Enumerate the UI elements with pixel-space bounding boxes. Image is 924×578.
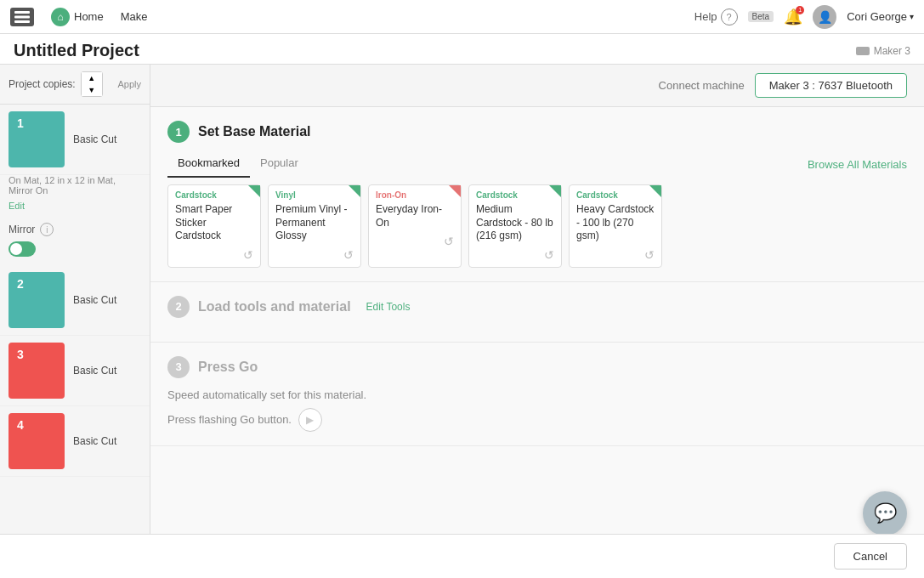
list-item[interactable]: 1 Basic Cut (0, 105, 150, 175)
cancel-button[interactable]: Cancel (834, 543, 907, 570)
edit-tools-link[interactable]: Edit Tools (366, 301, 411, 313)
help-icon: ? (721, 8, 738, 26)
chat-fab-button[interactable]: 💬 (863, 491, 907, 536)
left-panel: Project copies: ▲ ▼ Apply 1 Basic Cut On… (0, 65, 150, 571)
step-2-header: 2 Load tools and material Edit Tools (167, 296, 907, 318)
mirror-label: Mirror (9, 224, 35, 235)
material-tabs: Bookmarked Popular (167, 153, 808, 176)
info-icon[interactable]: i (40, 223, 54, 236)
edit-link-1[interactable]: Edit (0, 201, 150, 218)
chat-icon: 💬 (874, 502, 897, 524)
machine-label: Maker 3 (856, 45, 910, 57)
card-type-4: Cardstock (476, 190, 554, 200)
svg-rect-1 (14, 15, 30, 18)
card-type-2: Vinyl (275, 190, 354, 200)
material-cards: Cardstock Smart Paper Sticker Cardstock … (167, 184, 907, 268)
list-item[interactable]: 3 Basic Cut (0, 336, 150, 406)
step-2-title: Load tools and material (198, 299, 351, 314)
browse-all-materials-link[interactable]: Browse All Materials (808, 158, 907, 171)
step-1-number: 1 (167, 121, 190, 143)
step-1-section: 1 Set Base Material Bookmarked Popular B… (150, 107, 924, 282)
nav-home-button[interactable]: ⌂ Home (43, 4, 112, 30)
page-title: Untitled Project (14, 41, 139, 60)
step-1-title: Set Base Material (198, 124, 311, 139)
svg-rect-0 (14, 11, 30, 14)
user-name[interactable]: Cori George ▾ (847, 10, 914, 23)
step-3-header: 3 Press Go (167, 356, 907, 378)
chevron-down-icon: ▾ (910, 12, 914, 21)
mat-desc-1: On Mat, 12 in x 12 in Mat, Mirror On (0, 175, 150, 201)
list-item[interactable]: 2 Basic Cut (0, 265, 150, 336)
card-action-icon-2[interactable]: ↺ (343, 248, 354, 262)
nav-make-button[interactable]: Make (112, 7, 156, 26)
play-button[interactable]: ▶ (298, 408, 322, 432)
mat-info-1: Basic Cut (73, 133, 116, 145)
step-2-number: 2 (167, 296, 190, 318)
card-name-3: Everyday Iron-On (376, 203, 454, 230)
copies-row: Project copies: ▲ ▼ Apply (0, 65, 150, 105)
step-2-section: 2 Load tools and material Edit Tools (150, 282, 924, 343)
card-action-icon-5[interactable]: ↺ (644, 248, 655, 262)
press-go-row: Press flashing Go button. ▶ (167, 408, 907, 432)
page-header: Untitled Project Maker 3 (0, 34, 924, 65)
mat-thumbnail-3: 3 (9, 343, 65, 399)
mat-thumbnail-4: 4 (9, 413, 65, 469)
notifications-button[interactable]: 🔔 1 (784, 8, 802, 26)
card-type-3: Iron-On (376, 190, 454, 200)
card-name-2: Premium Vinyl - Permanent Glossy (275, 203, 354, 243)
nav-help-button[interactable]: Help ? (694, 8, 738, 26)
card-name-4: Medium Cardstock - 80 lb (216 gsm) (476, 203, 554, 243)
nav-right: Help ? Beta 🔔 1 👤 Cori George ▾ (694, 5, 914, 29)
copies-up-button[interactable]: ▲ (82, 72, 102, 84)
main-layout: Project copies: ▲ ▼ Apply 1 Basic Cut On… (0, 65, 924, 571)
card-name-5: Heavy Cardstock - 100 lb (270 gsm) (576, 203, 655, 243)
card-action-icon-3[interactable]: ↺ (444, 235, 454, 248)
mirror-toggle[interactable] (9, 241, 36, 257)
material-card-5[interactable]: Cardstock Heavy Cardstock - 100 lb (270 … (569, 184, 662, 268)
press-go-desc: Speed automatically set for this materia… (167, 388, 907, 401)
mat-name-2: Basic Cut (73, 294, 116, 306)
mat-name-4: Basic Cut (73, 435, 116, 447)
press-go-label: Press flashing Go button. (167, 413, 292, 426)
app-logo[interactable] (10, 8, 34, 26)
connect-label: Connect machine (659, 79, 745, 92)
card-action-icon-1[interactable]: ↺ (243, 248, 253, 262)
connect-bar: Connect machine Maker 3 : 7637 Bluetooth (150, 65, 924, 107)
play-icon: ▶ (306, 414, 314, 426)
step-3-section: 3 Press Go Speed automatically set for t… (150, 343, 924, 446)
copies-label: Project copies: (9, 78, 76, 90)
mat-name-1: Basic Cut (73, 133, 116, 145)
copies-down-button[interactable]: ▼ (82, 84, 102, 96)
mat-number-3: 3 (12, 346, 29, 363)
material-card-2[interactable]: Vinyl Premium Vinyl - Permanent Glossy ↺ (268, 184, 361, 268)
connect-machine-button[interactable]: Maker 3 : 7637 Bluetooth (755, 73, 907, 98)
mat-thumbnail-1: 1 (9, 111, 65, 167)
card-action-icon-4[interactable]: ↺ (544, 248, 554, 262)
mat-name-3: Basic Cut (73, 365, 116, 377)
notification-dot: 1 (796, 6, 804, 14)
right-panel: Connect machine Maker 3 : 7637 Bluetooth… (150, 65, 924, 571)
apply-button[interactable]: Apply (117, 79, 141, 89)
material-card-1[interactable]: Cardstock Smart Paper Sticker Cardstock … (167, 184, 261, 268)
mat-number-1: 1 (12, 115, 29, 132)
mat-thumbnail-2: 2 (9, 272, 65, 328)
avatar[interactable]: 👤 (813, 5, 836, 29)
nav-home-label: Home (74, 10, 104, 23)
machine-icon (856, 47, 870, 55)
material-card-3[interactable]: Iron-On Everyday Iron-On ↺ (368, 184, 462, 268)
tab-popular[interactable]: Popular (250, 153, 309, 178)
cancel-bar: Cancel (0, 534, 924, 578)
step-3-title: Press Go (198, 360, 258, 375)
toggle-knob (10, 243, 22, 255)
mat-number-4: 4 (12, 416, 29, 434)
beta-badge: Beta (748, 11, 774, 22)
card-type-1: Cardstock (175, 190, 253, 200)
top-nav: ⌂ Home Make Help ? Beta 🔔 1 👤 Cori Georg… (0, 0, 924, 34)
svg-rect-2 (14, 20, 30, 23)
tab-bookmarked[interactable]: Bookmarked (167, 153, 250, 178)
list-item[interactable]: 4 Basic Cut (0, 406, 150, 477)
material-card-4[interactable]: Cardstock Medium Cardstock - 80 lb (216 … (468, 184, 562, 268)
home-icon-circle: ⌂ (51, 8, 70, 26)
mirror-row: Mirror i (0, 218, 150, 241)
step-3-number: 3 (167, 356, 190, 378)
